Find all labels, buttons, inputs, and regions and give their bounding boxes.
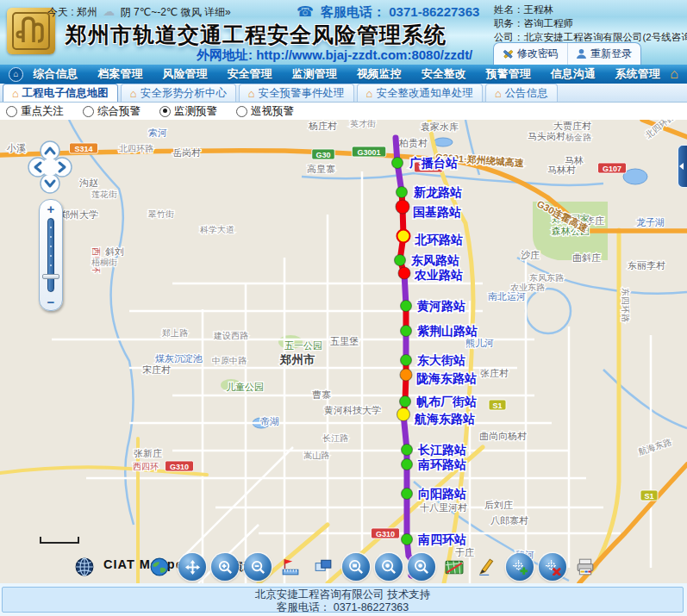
station-marker[interactable] [401,355,412,366]
nav-item-1[interactable]: 档案管理 [98,66,143,82]
station-marker[interactable] [400,369,412,381]
filter-label: 综合预警 [97,104,141,119]
map-label: 大贾庄村 [553,121,591,131]
station-marker[interactable] [397,187,408,198]
map-tools-icon[interactable] [440,553,468,581]
wrench-icon [503,48,514,59]
zoom-out-slider-button[interactable] [40,296,62,308]
station-label: 南四环站 [417,532,466,546]
earth-icon[interactable] [146,553,173,581]
radio-icon[interactable] [83,106,94,117]
road-badge-label: G107 [603,165,621,173]
station-marker[interactable] [395,255,406,266]
map-label: 岳岗村 [172,147,201,158]
radio-icon[interactable] [159,106,171,117]
tab-1[interactable]: 安全形势分析中心 [121,84,236,102]
draw-icon[interactable] [473,553,501,581]
tab-3[interactable]: 安全整改通知单处理 [357,84,483,102]
road-badge-label: S1 [492,401,502,410]
station-marker[interactable] [402,488,413,500]
nav-item-2[interactable]: 风险管理 [163,66,208,82]
filter-radio-0[interactable]: 重点关注 [6,104,64,119]
change-password-button[interactable]: 修改密码 [494,43,567,65]
tab-bar: 工程电子信息地图安全形势分析中心安全预警事件处理安全整改通知单处理公告信息 [0,84,687,103]
filter-radio-1[interactable]: 综合预警 [83,104,141,119]
station-marker[interactable] [400,396,411,408]
nav-item-9[interactable]: 系统管理 [615,66,660,82]
zoom-in-icon[interactable] [211,553,239,581]
map-label: 小溪 [6,143,26,153]
pan-icon[interactable] [178,553,206,581]
zoom-slider[interactable] [39,199,63,311]
nav-item-7[interactable]: 预警管理 [486,66,531,82]
nav-item-3[interactable]: 安全管理 [228,66,272,82]
filter-label: 监测预警 [174,104,217,119]
radio-icon[interactable] [236,106,247,117]
select-circle-icon[interactable] [375,553,403,581]
map-label: 东丽李村 [628,260,665,271]
tab-0[interactable]: 工程电子信息地图 [3,84,118,102]
map-label: 郑上路 [161,328,188,338]
nav-item-0[interactable]: 综合信息 [34,66,78,82]
station-marker[interactable] [397,408,410,421]
station-marker[interactable] [401,301,412,312]
panel-collapse-toggle[interactable] [678,145,687,188]
zoom-in-slider-button[interactable] [40,202,62,215]
station-marker[interactable] [401,326,412,337]
relogin-button[interactable]: 重新登录 [567,43,641,65]
map-label: 郑州大学 [60,209,98,220]
station-label: 东大街站 [416,353,465,367]
select-rect-icon[interactable] [342,553,370,581]
station-marker[interactable] [392,158,403,169]
nav-item-8[interactable]: 信息沟通 [551,66,596,82]
map-label: 黄河科技大学 [324,405,381,415]
compass-icon [28,140,72,196]
zoom-slider-track[interactable] [47,218,54,292]
station-marker[interactable] [402,534,413,545]
station-marker[interactable] [398,267,410,279]
zoom-slider-handle[interactable] [42,274,59,279]
measure-distance-icon[interactable] [277,553,304,581]
map-label: 马头岗村 [528,131,565,141]
map-viewport[interactable]: S314G30G3001G107G107G310G310S1S1小溪索河北四环路… [0,120,687,583]
tab-label: 安全形势分析中心 [141,86,227,101]
main-nav: 综合信息档案管理风险管理安全管理监测管理视频监控安全整改预警管理信息沟通系统管理 [0,65,687,84]
nav-item-6[interactable]: 安全整改 [422,66,466,82]
nav-item-4[interactable]: 监测管理 [292,66,337,82]
map-label: 张庄村 [480,368,509,378]
station-marker[interactable] [397,230,410,243]
station-label: 长江路站 [417,443,466,457]
station-label: 东风路站 [410,253,459,267]
filter-radio-3[interactable]: 巡视预警 [236,104,294,119]
station-marker[interactable] [402,459,413,470]
map-label: 杨金路 [565,133,591,142]
url-value: http://www.bjaj-zzdt.com:8080/zzdt/ [256,47,472,62]
map-label: 宋庄村 [142,364,171,375]
relogin-label: 重新登录 [590,47,632,61]
tab-4[interactable]: 公告信息 [485,84,558,102]
nav-item-5[interactable]: 视频监控 [357,66,402,82]
filter-radio-2[interactable]: 监测预警 [159,104,217,119]
station-label: 帆布厂街站 [416,395,477,408]
select-oval-icon[interactable] [408,553,435,581]
zoom-out-icon[interactable] [244,553,272,581]
map-label: 北四环路 [119,144,153,153]
map-scale-bar [40,537,79,544]
weather-bar: 今天 : 郑州 ☁ 阴 7℃~-2℃ 微风 详细» [47,4,231,20]
home-icon[interactable] [9,67,23,82]
station-marker[interactable] [396,200,409,214]
measure-area-icon[interactable] [309,553,337,581]
tab-2[interactable]: 安全预警事件处理 [239,84,354,102]
print-icon[interactable] [571,553,599,581]
compass-pan-control[interactable] [28,140,72,196]
weather-detail-link[interactable]: 详细» [204,6,231,18]
station-marker[interactable] [402,445,413,456]
map-label: 八郎寨村 [490,515,528,526]
road-badge-label: S314 [74,145,92,153]
remove-point-icon[interactable] [539,553,566,581]
map-label: 曹寨 [312,389,331,400]
house-icon[interactable] [670,66,678,82]
ciat-globe-icon[interactable] [71,553,98,581]
radio-icon[interactable] [6,106,17,117]
add-point-icon[interactable] [506,553,534,581]
